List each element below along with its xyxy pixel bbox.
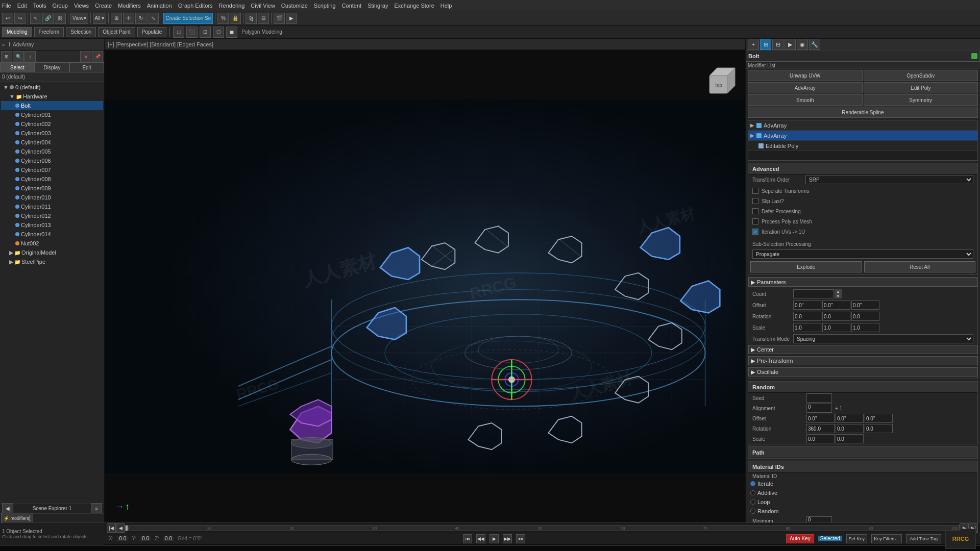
scale-y-input[interactable]: 1.0	[822, 323, 850, 332]
count-down[interactable]: ▼	[835, 294, 842, 298]
tree-cyl004[interactable]: Cylinder004	[1, 138, 103, 147]
prev-frame-btn[interactable]: ⏮	[463, 534, 472, 543]
tree-steel-pipe[interactable]: ▶ 📁 SteelPipe	[1, 257, 103, 266]
align-btn[interactable]: ⊟	[258, 13, 269, 24]
play-btn[interactable]: ▶	[489, 534, 499, 543]
defer-processing-checkbox[interactable]	[752, 208, 758, 214]
rand-scale-1[interactable]: 0.0	[806, 434, 835, 443]
iterate-radio[interactable]	[750, 481, 755, 486]
offset-y-input[interactable]: 0.0"	[822, 300, 850, 310]
scene-search[interactable]: 🔍	[13, 51, 24, 62]
poly-tool-2[interactable]: ⬛	[186, 27, 198, 38]
rotation-z-input[interactable]: 0.0	[851, 312, 879, 321]
timeline-scrubber[interactable]: 0 10 20 30 40 50 60 70 80 90 100	[125, 525, 960, 531]
transform-order-dropdown[interactable]: SRP SPR RSP	[805, 175, 973, 184]
scale-x-input[interactable]: 1.0	[793, 323, 821, 332]
stack-adv-array-selected[interactable]: ▶ AdvArray	[748, 131, 977, 141]
poly-tool-4[interactable]: ⬡	[213, 27, 224, 38]
tab-selection[interactable]: Selection	[66, 27, 96, 37]
nav-cube[interactable]: Top	[707, 65, 740, 98]
tree-cyl002[interactable]: Cylinder002	[1, 119, 103, 129]
timeline-prev-btn[interactable]: |◀	[107, 523, 116, 533]
tree-cyl011[interactable]: Cylinder011	[1, 202, 103, 211]
random-mat-radio[interactable]	[750, 509, 755, 514]
rp-create-icon[interactable]: +	[748, 39, 759, 50]
rand-off-z[interactable]: 0.0"	[865, 414, 893, 423]
smooth-btn[interactable]: Smooth	[748, 94, 863, 106]
scale-btn[interactable]: ⤡	[148, 13, 159, 24]
rp-modify-icon[interactable]: ⊞	[760, 39, 771, 50]
menu-animation[interactable]: Animation	[147, 3, 172, 9]
rand-off-y[interactable]: 0.0"	[836, 414, 864, 423]
tree-cyl007[interactable]: Cylinder007	[1, 165, 103, 174]
menu-file[interactable]: File	[2, 3, 11, 9]
tree-cyl005[interactable]: Cylinder005	[1, 147, 103, 156]
tree-cyl008[interactable]: Cylinder008	[1, 174, 103, 184]
menu-customize[interactable]: Customize	[281, 3, 308, 9]
select-filter[interactable]: All ▾	[93, 13, 107, 24]
stack-editable-poly[interactable]: Editable Poly	[748, 141, 977, 151]
rand-rot-y[interactable]: 0.0	[836, 424, 864, 433]
tree-nut002[interactable]: Nut002	[1, 239, 103, 248]
rand-off-x[interactable]: 0.0"	[806, 414, 835, 423]
rand-rot-z[interactable]: 0.0	[865, 424, 893, 433]
left-panel-settings[interactable]: ≡	[91, 503, 102, 514]
undo-btn[interactable]: ↩	[2, 13, 13, 24]
viewport-canvas[interactable]: 人人素材 RRCG 人人素材 RRCG 人人素材 Top → ↑	[105, 50, 745, 522]
loop-radio[interactable]	[750, 499, 755, 505]
auto-key-btn[interactable]: Auto Key	[786, 534, 814, 543]
menu-civil-view[interactable]: Civil View	[251, 3, 275, 9]
reset-all-button[interactable]: Reset All	[864, 261, 976, 272]
menu-content[interactable]: Content	[342, 3, 362, 9]
create-selection-btn[interactable]: Create Selection Se	[163, 13, 213, 24]
tab-freeform[interactable]: Freeform	[34, 27, 64, 37]
tree-cyl014[interactable]: Cylinder014	[1, 230, 103, 239]
scene-sort[interactable]: ↕	[24, 51, 36, 62]
mirror-btn[interactable]: ⧎	[246, 13, 257, 24]
menu-edit[interactable]: Edit	[17, 3, 27, 9]
key-filters-btn[interactable]: Key Filters...	[871, 534, 902, 543]
renderable-spline-btn[interactable]: Renderable Spline	[748, 107, 978, 118]
pre-transform-header[interactable]: ▶ Pre-Transform	[748, 356, 977, 365]
close-panel[interactable]: ✕	[80, 51, 91, 62]
tree-root[interactable]: ▼ 0 (default)	[1, 83, 103, 92]
scene-filter[interactable]: ⊞	[1, 51, 12, 62]
separate-transforms-checkbox[interactable]	[752, 188, 758, 194]
poly-tool-3[interactable]: ⊡	[200, 27, 211, 38]
rp-motion-icon[interactable]: ▶	[785, 39, 796, 50]
move-btn[interactable]: ✛	[123, 13, 134, 24]
poly-tool-5[interactable]: ◼	[226, 27, 237, 38]
center-header[interactable]: ▶ Center	[748, 345, 977, 354]
view-dropdown[interactable]: View ▾	[70, 13, 88, 24]
next-key-btn[interactable]: ▶▶	[503, 534, 512, 543]
rand-scale-2[interactable]: 0.0	[836, 434, 864, 443]
link-btn[interactable]: 🔗	[42, 13, 54, 24]
tree-cyl010[interactable]: Cylinder010	[1, 193, 103, 202]
tree-cyl009[interactable]: Cylinder009	[1, 184, 103, 193]
seed-input[interactable]	[806, 393, 832, 403]
menu-views[interactable]: Views	[74, 3, 89, 9]
menu-tools[interactable]: Tools	[33, 3, 46, 9]
menu-help[interactable]: Help	[440, 3, 452, 9]
render-btn[interactable]: ▶	[286, 13, 297, 24]
minimum-input[interactable]: 0	[806, 516, 832, 522]
menu-stingray[interactable]: Stingray	[368, 3, 388, 9]
tree-cyl012[interactable]: Cylinder012	[1, 211, 103, 220]
parameters-header[interactable]: ▶ Parameters	[748, 278, 977, 287]
redo-btn[interactable]: ↪	[14, 13, 26, 24]
select-btn[interactable]: ↖	[30, 13, 41, 24]
transform-mode-dropdown[interactable]: Spacing	[793, 334, 973, 343]
oscillate-header[interactable]: ▶ Oscillate	[748, 367, 977, 377]
menu-create[interactable]: Create	[95, 3, 112, 9]
tree-bolt[interactable]: Bolt	[1, 101, 103, 110]
stack-adv-array-parent[interactable]: ▶ AdvArray	[748, 120, 977, 131]
explode-button[interactable]: Explode	[750, 261, 862, 272]
prev-key-btn[interactable]: ◀◀	[476, 534, 485, 543]
menu-rendering[interactable]: Rendering	[219, 3, 245, 9]
alignment-input[interactable]: 0	[806, 404, 832, 413]
tree-hardware[interactable]: ▼ 📁 Hardware	[1, 92, 103, 101]
offset-z-input[interactable]: 0.0"	[851, 300, 879, 310]
offset-x-input[interactable]: 0.0"	[793, 300, 821, 310]
open-subdiv-btn[interactable]: OpenSubdiv	[864, 70, 978, 81]
count-input[interactable]	[793, 289, 834, 298]
